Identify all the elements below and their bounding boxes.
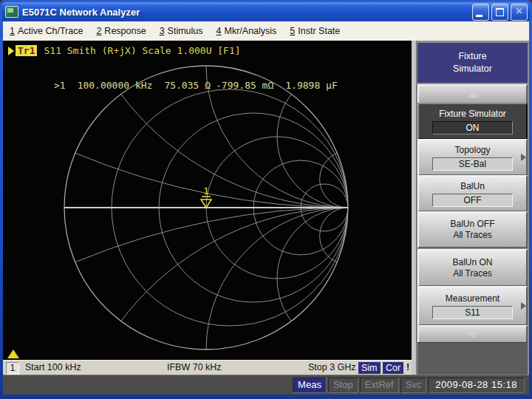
display-area: 1 Tr1 S11 Smith (R+jX) Scale 1.000U [F1]…	[3, 41, 412, 360]
softkey-menu-title: Fixture Simulator	[417, 43, 528, 83]
softkey-balun-off-all-traces[interactable]: BalUn OFF All Traces	[417, 211, 528, 248]
topology-value: SE-Bal	[432, 157, 513, 171]
balun-value: OFF	[432, 194, 513, 207]
softkey-balun-on-all-traces[interactable]: BalUn ON All Traces	[417, 249, 528, 287]
submenu-arrow-icon	[521, 154, 526, 161]
state-meas: Meas	[293, 378, 327, 393]
marker-resistance: 75.035 Ω	[164, 80, 211, 91]
active-trace-arrow-icon	[8, 47, 14, 55]
window-title: E5071C Network Analyzer	[22, 7, 472, 18]
maximize-icon	[496, 8, 504, 16]
maximize-button[interactable]	[491, 4, 508, 21]
measurement-value: S11	[432, 306, 513, 319]
scroll-down-icon	[467, 332, 479, 338]
close-button[interactable]: ✕	[511, 4, 528, 21]
fixture-simulator-value: ON	[432, 121, 513, 134]
softkey-fixture-simulator[interactable]: Fixture Simulator ON	[417, 103, 528, 140]
marker-id: >1	[54, 80, 66, 91]
state-stop: Stop	[328, 378, 358, 393]
marker-capacitance: 1.9898 μF	[285, 80, 337, 91]
channel-number: 1	[6, 362, 19, 375]
marker-readout: >1100.00000 kHz75.035 Ω-799.85 mΩ1.9898 …	[19, 69, 349, 102]
menu-instr-state[interactable]: 5Instr State	[283, 24, 347, 38]
cor-badge: Cor	[383, 362, 403, 374]
ifbw-value: IFBW 70 kHz	[167, 362, 222, 372]
trace-badge: Tr1	[16, 45, 37, 56]
stimulus-start-marker-icon	[7, 349, 19, 358]
submenu-arrow-icon	[521, 302, 526, 310]
softkey-sidebar: Fixture Simulator Fixture Simulator ON T…	[412, 41, 529, 375]
title-bar: E5071C Network Analyzer ✕	[2, 2, 530, 21]
close-icon: ✕	[511, 6, 527, 16]
softkey-empty-area	[417, 342, 528, 375]
scroll-up-icon	[467, 92, 479, 98]
channel-status-bar: 1 Start 100 kHz IFBW 70 kHz Stop 3 GHz S…	[3, 360, 412, 375]
minimize-button[interactable]	[472, 4, 489, 21]
minimize-icon	[476, 15, 482, 17]
state-extref: ExtRef	[360, 378, 399, 393]
marker-reactance: -799.85 mΩ	[216, 80, 273, 91]
app-icon	[5, 6, 18, 18]
trace-status-line[interactable]: Tr1 S11 Smith (R+jX) Scale 1.000U [F1]	[8, 45, 241, 56]
alert-indicator: !	[406, 362, 409, 372]
svg-text:1: 1	[203, 185, 209, 197]
sim-badge: Sim	[358, 362, 381, 374]
menu-response[interactable]: 2Response	[89, 24, 152, 38]
sidebar-divider	[412, 41, 417, 375]
marker-frequency: 100.00000 kHz	[78, 80, 153, 91]
stop-frequency: Stop 3 GHz	[308, 362, 356, 372]
menu-stimulus[interactable]: 3Stimulus	[153, 24, 210, 38]
softkey-topology[interactable]: Topology SE-Bal	[417, 139, 528, 176]
instrument-state-bar: Meas Stop ExtRef Svc 2009-08-28 15:18	[3, 375, 529, 395]
trace-title: S11 Smith (R+jX) Scale 1.000U [F1]	[44, 45, 240, 56]
start-frequency: Start 100 kHz	[25, 362, 81, 372]
menu-active-ch-trace[interactable]: 1Active Ch/Trace	[3, 24, 89, 38]
datetime-display: 2009-08-28 15:18	[428, 378, 525, 393]
menu-mkr-analysis[interactable]: 4Mkr/Analysis	[210, 24, 284, 38]
instrument-state-row: Meas Stop ExtRef Svc 2009-08-28 15:18	[293, 378, 525, 392]
softkey-scroll-up-button[interactable]	[417, 84, 528, 105]
analyzer-window: E5071C Network Analyzer ✕ 1Active Ch/Tra…	[0, 0, 532, 399]
menu-bar: 1Active Ch/Trace 2Response 3Stimulus 4Mk…	[3, 21, 529, 41]
state-svc: Svc	[400, 378, 427, 393]
softkey-balun[interactable]: BalUn OFF	[417, 175, 528, 212]
softkey-measurement[interactable]: Measurement S11	[417, 286, 528, 326]
